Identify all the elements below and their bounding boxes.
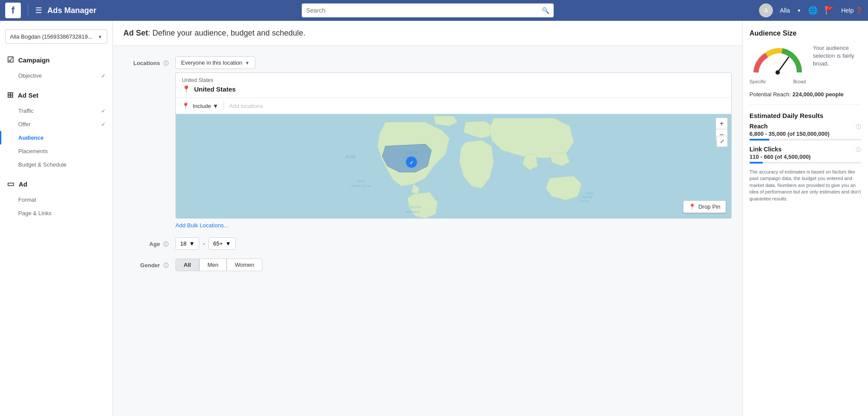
sidebar-item-objective[interactable]: Objective ✓ [0,69,112,82]
include-pin-icon: 📍 [182,102,189,109]
potential-reach-value: 224,000,000 people [792,91,844,98]
reach-metric: Reach ⓘ 6,800 - 35,000 (of 150,000,000) [749,123,861,141]
link-clicks-label: Link Clicks [749,146,782,153]
help-question-icon: ❓ [855,7,863,14]
svg-text:SOUTH: SOUTH [409,205,421,209]
age-min-dropdown[interactable]: 18 ▼ [175,237,199,250]
location-type-dropdown[interactable]: Everyone in this location ▼ [175,56,255,69]
sidebar-item-placements[interactable]: Placements [0,144,112,158]
reach-info-icon[interactable]: ⓘ [856,123,861,131]
link-clicks-progress-bar [749,162,861,164]
locations-row: Locations ⓘ Everyone in this location ▼ … [123,56,732,229]
campaign-section-header[interactable]: ☑ Campaign [0,51,112,69]
age-max-value: 65+ [213,240,223,247]
svg-text:ASIA: ASIA [345,154,355,159]
adset-section-header[interactable]: ⊞ Ad Set [0,86,112,104]
link-clicks-of-value: (of 4,500,000) [775,154,811,160]
sidebar-item-traffic[interactable]: Traffic ✓ [0,104,112,118]
avatar: A [759,3,773,17]
age-row: Age ⓘ 18 ▼ - 65+ ▼ [123,237,732,250]
gender-women-button[interactable]: Women [227,259,263,271]
gauge-specific-label: Specific [749,79,766,84]
audience-label: Audience [18,134,44,141]
link-clicks-metric: Link Clicks ⓘ 110 - 660 (of 4,500,000) [749,146,861,164]
help-button[interactable]: Help ❓ [841,7,863,14]
sidebar-item-budget-schedule[interactable]: Budget & Schedule [0,158,112,171]
drop-pin-button[interactable]: 📍 Drop Pin [683,200,726,213]
include-chevron: ▼ [213,103,218,109]
content-header: Ad Set: Define your audience, budget and… [113,21,742,46]
nav-divider [28,4,28,16]
country-name-large: 📍 United States [182,85,725,93]
account-selector-label: Alla Bogdan (15693386732819... [10,33,92,40]
age-max-chevron: ▼ [225,240,231,247]
search-input[interactable] [306,7,538,14]
drop-pin-icon: 📍 [689,203,696,210]
main-layout: Alla Bogdan (15693386732819... ▼ ☑ Campa… [0,21,868,416]
sidebar-item-page-links[interactable]: Page & Links [0,206,112,220]
gender-info-icon[interactable]: ⓘ [163,262,168,269]
ad-icon: ▭ [7,179,14,189]
budget-schedule-label: Budget & Schedule [18,161,66,168]
link-clicks-progress-fill [749,162,763,164]
format-label: Format [18,197,36,203]
link-clicks-info-icon[interactable]: ⓘ [856,146,861,154]
age-label: Age ⓘ [123,237,175,248]
search-icon: 🔍 [542,7,549,14]
adset-header-bold: Ad Set [123,29,148,37]
svg-text:Pacific Ocean: Pacific Ocean [351,184,371,188]
sidebar-item-offer[interactable]: Offer ✓ [0,118,112,131]
include-button[interactable]: Include ▼ [193,103,218,109]
map-zoom-in-button[interactable]: + [716,118,727,129]
adset-label: Ad Set [18,92,39,99]
sidebar-item-audience[interactable]: Audience [0,131,112,144]
gender-selector: All Men Women [175,259,732,271]
gender-all-button[interactable]: All [175,259,199,271]
link-clicks-range: 110 - 660 (of 4,500,000) [749,154,861,160]
disclaimer-text: The accuracy of estimates is based on fa… [749,169,861,202]
location-type-label: Everyone in this location [181,59,242,66]
right-panel: Audience Size Specific [742,21,868,416]
locations-info-icon[interactable]: ⓘ [163,60,168,66]
svg-text:Ocean: Ocean [580,199,589,203]
svg-point-14 [776,70,780,75]
flag-icon[interactable]: 🚩 [825,6,834,15]
gauge-wrap: Specific Broad Your audience selection i… [749,44,861,84]
sidebar: Alla Bogdan (15693386732819... ▼ ☑ Campa… [0,21,113,416]
top-navigation: f ☰ Ads Manager 🔍 A Alla ▼ 🌐 🚩 Help ❓ [0,0,868,21]
fullscreen-button[interactable]: ⤢ [716,136,728,147]
age-max-dropdown[interactable]: 65+ ▼ [208,237,236,250]
gauge-broad-label: Broad [793,79,806,84]
add-bulk-locations-link[interactable]: Add Bulk Locations... [175,222,228,229]
sidebar-item-format[interactable]: Format [0,193,112,206]
location-pin-icon: 📍 [182,85,191,93]
username-chevron[interactable]: ▼ [797,8,801,13]
age-content: 18 ▼ - 65+ ▼ [175,237,732,250]
svg-line-13 [778,57,789,72]
svg-text:North: North [586,191,594,195]
account-selector[interactable]: Alla Bogdan (15693386732819... ▼ [5,29,107,44]
search-bar[interactable]: 🔍 [302,3,554,17]
reach-progress-bar [749,139,861,141]
offer-check-icon: ✓ [101,121,106,128]
gender-row: Gender ⓘ All Men Women [123,259,732,271]
add-locations-placeholder[interactable]: Add locations [229,103,263,109]
reach-progress-fill [749,139,769,141]
content-body: Locations ⓘ Everyone in this location ▼ … [113,46,742,290]
gender-men-button[interactable]: Men [199,259,227,271]
objective-label: Objective [18,72,42,79]
ad-section-header[interactable]: ▭ Ad [0,175,112,193]
age-info-icon[interactable]: ⓘ [163,241,168,247]
reach-of-value: (of 150,000,000) [787,131,829,137]
reach-range: 6,800 - 35,000 (of 150,000,000) [749,131,861,137]
svg-text:✓: ✓ [409,160,413,165]
account-selector-chevron: ▼ [98,34,102,39]
sidebar-section-adset: ⊞ Ad Set Traffic ✓ Offer ✓ Audience Plac… [0,86,112,171]
globe-icon[interactable]: 🌐 [808,6,818,15]
username-label[interactable]: Alla [780,7,790,14]
potential-reach-label: Potential Reach: [749,91,791,98]
hamburger-menu-icon[interactable]: ☰ [35,6,42,15]
facebook-logo: f [5,3,21,18]
sidebar-section-ad: ▭ Ad Format Page & Links [0,175,112,220]
ad-label: Ad [19,180,27,188]
